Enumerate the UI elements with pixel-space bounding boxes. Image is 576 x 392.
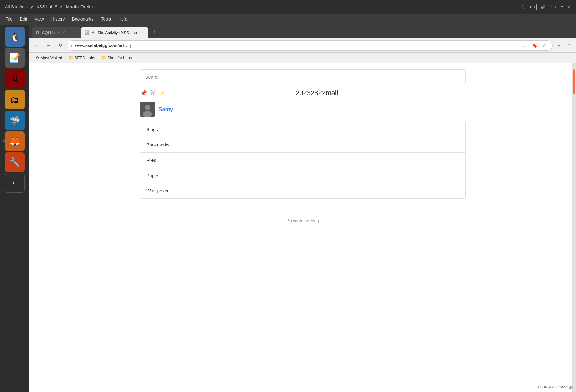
watermark: CSDN @20232822马丽 (538, 385, 574, 390)
user-avatar (140, 102, 155, 117)
taskbar-files[interactable]: 🗂 (5, 90, 25, 109)
bookmark-star-button[interactable]: ☆ (540, 41, 549, 50)
clock: 1:27 PM (549, 5, 564, 9)
taskbar-settings[interactable]: 🔧 (5, 152, 25, 172)
activity-item-wire-posts[interactable]: Wire posts (140, 183, 465, 198)
scrollbar-thumb[interactable] (573, 69, 575, 94)
tab-xss[interactable]: 🔄 All Site Activity : XSS Lab ✕ (81, 27, 148, 38)
terminal-red-icon: 🖥 (11, 75, 18, 83)
wireshark-icon: 🦈 (10, 115, 20, 126)
taskbar: 🐧 📝 🖥 🗂 🦈 🦊 🔧 >_ (0, 25, 29, 392)
terminal-icon: >_ (12, 180, 18, 186)
title-bar-title: All Site Activity : XSS Lab Site - Mozil… (5, 4, 94, 9)
scrollbar-strip[interactable] (572, 63, 576, 392)
menu-tools[interactable]: Tools (98, 15, 114, 23)
tab-sqli-close[interactable]: ✕ (61, 30, 66, 35)
activity-item-blogs[interactable]: Blogs (140, 122, 465, 137)
bookmark-seed-labs[interactable]: 📁 SEED Labs (66, 55, 98, 61)
gear-icon: ⚙ (36, 56, 39, 60)
text-editor-icon: 📝 (10, 53, 20, 63)
tab-sqli-label: SQLi Lab (42, 30, 59, 35)
overflow-button[interactable]: » (554, 41, 563, 50)
alert-icon[interactable]: ⚠ (160, 90, 165, 96)
files-icon: 🗂 (10, 95, 19, 105)
menu-edit[interactable]: Edit (17, 15, 30, 23)
menu-help[interactable]: Help (115, 15, 130, 23)
activity-toolbar: 📌 ⚠ 20232822mali (140, 89, 466, 97)
tab-sqli[interactable]: 🗒 SQLi Lab ✕ (32, 27, 81, 38)
menu-file[interactable]: File (2, 15, 16, 23)
rss-icon[interactable] (151, 90, 156, 97)
bookmark-most-visited-label: Most Visited (41, 56, 62, 60)
settings-tools-icon: 🔧 (10, 157, 20, 167)
browser-body: 🐧 📝 🖥 🗂 🦈 🦊 🔧 >_ 🗒 (0, 25, 576, 392)
taskbar-terminal-red[interactable]: 🖥 (5, 69, 25, 88)
bookmark-seed-labs-label: SEED Labs (75, 56, 95, 60)
taskbar-wireshark[interactable]: 🦈 (5, 111, 25, 130)
ubuntu-icon: 🐧 (10, 32, 20, 42)
activity-item-pages[interactable]: Pages (140, 168, 465, 183)
taskbar-firefox[interactable]: 🦊 (5, 131, 25, 151)
svg-point-0 (151, 93, 152, 95)
address-actions: … 🔖 ☆ (520, 41, 549, 50)
info-icon: ℹ (71, 43, 72, 48)
folder-icon-seed: 📁 (69, 56, 73, 60)
activity-item-bookmarks[interactable]: Bookmarks (140, 137, 465, 153)
svg-point-2 (145, 105, 150, 110)
title-bar-right: ⇅ En 🔊 1:27 PM ⚙ (521, 4, 571, 10)
firefox-icon: 🦊 (10, 136, 20, 146)
volume-icon: 🔊 (540, 5, 545, 9)
address-bar-row: ← → ↻ ℹ www.xsslabelgg.com/activity … 🔖 … (29, 38, 576, 53)
search-input[interactable] (140, 69, 466, 84)
tab-xss-favicon: 🔄 (85, 30, 89, 35)
title-bar: All Site Activity : XSS Lab Site - Mozil… (0, 0, 576, 14)
title-bar-left: All Site Activity : XSS Lab Site - Mozil… (5, 4, 94, 9)
taskbar-text-editor[interactable]: 📝 (5, 48, 25, 68)
bookmark-most-visited[interactable]: ⚙ Most Visited (33, 55, 65, 61)
tab-sqli-favicon: 🗒 (36, 30, 40, 35)
hamburger-button[interactable]: ≡ (565, 41, 574, 50)
folder-icon-sites: 📁 (101, 56, 106, 60)
pin-icon[interactable]: 📌 (140, 90, 147, 96)
user-name-link[interactable]: Samy (159, 106, 173, 113)
new-tab-button[interactable]: + (149, 27, 159, 37)
footer: Powered by Elgg (140, 211, 466, 231)
taskbar-terminal[interactable]: >_ (5, 173, 25, 193)
page-content: 📌 ⚠ 20232822mali (29, 63, 576, 392)
tab-xss-label: All Site Activity : XSS Lab (92, 30, 137, 35)
activity-title: 20232822mali (168, 89, 466, 97)
taskbar-ubuntu[interactable]: 🐧 (5, 27, 25, 47)
bookmark-sites-for-labs-label: Sites for Labs (108, 56, 132, 60)
bookmark-sites-for-labs[interactable]: 📁 Sites for Labs (99, 55, 135, 61)
menu-bar: File Edit View History Bookmarks Tools H… (0, 14, 576, 25)
menu-view[interactable]: View (32, 15, 47, 23)
more-button[interactable]: … (520, 41, 529, 50)
browser-chrome: 🗒 SQLi Lab ✕ 🔄 All Site Activity : XSS L… (29, 25, 576, 392)
tab-xss-close[interactable]: ✕ (139, 30, 144, 35)
menu-history[interactable]: History (48, 15, 68, 23)
content-inner: 📌 ⚠ 20232822mali (134, 63, 472, 237)
user-row: Samy (140, 102, 466, 117)
back-button[interactable]: ← (32, 41, 42, 50)
address-box[interactable]: ℹ www.xsslabelgg.com/activity … 🔖 ☆ (67, 40, 553, 51)
address-text: www.xsslabelgg.com/activity (75, 43, 518, 48)
activity-item-files[interactable]: Files (140, 153, 465, 168)
settings-icon: ⚙ (567, 5, 571, 9)
lang-indicator: En (528, 4, 537, 10)
bookmarks-bar: ⚙ Most Visited 📁 SEED Labs 📁 Sites for L… (29, 53, 576, 63)
menu-bookmarks[interactable]: Bookmarks (69, 15, 96, 23)
network-icon: ⇅ (521, 5, 524, 9)
reload-button[interactable]: ↻ (55, 41, 65, 50)
tab-bar: 🗒 SQLi Lab ✕ 🔄 All Site Activity : XSS L… (29, 25, 576, 38)
pocket-button[interactable]: 🔖 (530, 41, 539, 50)
forward-button[interactable]: → (44, 41, 53, 50)
footer-text: Powered by Elgg (287, 218, 319, 223)
activity-list: Blogs Bookmarks Files Pages Wire posts (140, 122, 466, 199)
